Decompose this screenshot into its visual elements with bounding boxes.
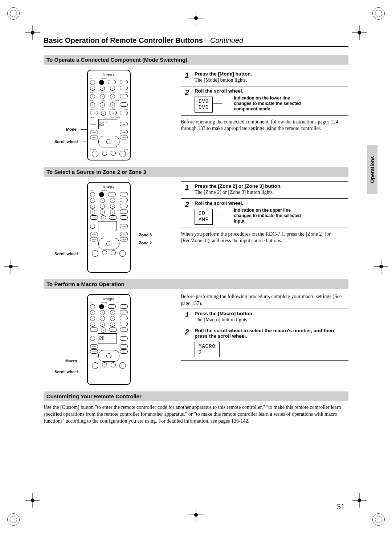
page-title-main: Basic Operation of Remote Controller But… [44, 36, 203, 44]
step-number: 1 [181, 182, 193, 199]
lcd-line1: CD [199, 211, 209, 217]
steps-table: 1 Press the [Macro] button. The [Macro] … [181, 309, 348, 361]
crop-mark-icon [4, 259, 18, 274]
lcd-display: MACRO 2 [195, 342, 220, 358]
remote-illustration: Integra OnStandbyTV 123+ 456- 789+ +100E… [87, 182, 131, 273]
callout-mode: Mode [66, 127, 77, 131]
page-title-continued: —Continued [203, 36, 243, 44]
scroll-wheel-icon [98, 238, 119, 249]
steps-table: 1 Press the [Mode] button. The [Mode] bu… [181, 69, 348, 116]
remote-display [98, 221, 117, 231]
remote-display: VCR-7 DVD [98, 119, 117, 129]
callout-line [213, 103, 222, 104]
crop-mark-icon [189, 508, 203, 522]
remote-illustration: Integra OnStandbyTV 123+ 456- 789+ +100E… [87, 294, 131, 385]
lcd-line1: DVD [199, 98, 209, 105]
remote-display-line2: DVD [99, 338, 116, 341]
section-bar-macro: To Perform a Macro Operation [44, 279, 348, 289]
page-number: 51 [337, 502, 345, 511]
lcd-display: DVD DVD [195, 97, 213, 113]
section-paragraph: Use the [Custom] button "to enter the re… [44, 404, 348, 425]
crop-mark-icon [25, 493, 40, 508]
remote-display: VCR-7 DVD [98, 333, 117, 343]
section-intro: Before performing the following procedur… [181, 293, 348, 307]
scroll-wheel-icon [98, 350, 119, 362]
section-bar-customizing: Customizing Your Remote Controller [44, 391, 348, 401]
lcd-display: CD AMP [195, 209, 213, 225]
lcd-line2: 2 [199, 350, 216, 356]
callout-scroll-wheel: Scroll wheel [54, 370, 78, 374]
lcd-note: Indication on the upper line changes to … [234, 208, 303, 224]
remote-brand: Integra [90, 185, 128, 188]
section-bar-zone-select: To Select a Source in Zone 2 or Zone 3 [44, 167, 348, 177]
crop-mark-icon [352, 25, 367, 40]
step-heading: Press the [Zone 2] or [Zone 3] button. [195, 183, 347, 189]
manual-page: Operations Basic Operation of Remote Con… [0, 0, 392, 533]
remote-display-line2: DVD [99, 124, 116, 127]
remote-brand: Integra [90, 73, 128, 76]
lcd-note: Indication on the lower line changes to … [234, 95, 303, 112]
crop-mark-icon [374, 259, 388, 274]
lcd-line1: MACRO [199, 343, 216, 350]
step-number: 2 [181, 86, 193, 116]
step-heading: Press the [Mode] button. [195, 71, 347, 77]
callout-macro: Macro [65, 359, 77, 363]
callout-scroll-wheel: Scroll wheel [54, 252, 78, 256]
page-title: Basic Operation of Remote Controller But… [44, 36, 348, 45]
step-description: The [Zone 2] or [Zone 3] button lights. [195, 190, 347, 195]
step-number: 2 [181, 326, 193, 361]
crop-mark-icon [352, 493, 367, 508]
callout-line [213, 216, 222, 216]
remote-brand: Integra [90, 297, 128, 301]
section-paragraph: When you perform the procedures on the R… [181, 231, 348, 245]
scroll-wheel-icon [98, 136, 119, 147]
step-number: 1 [181, 69, 193, 86]
step-number: 2 [181, 199, 193, 228]
crop-mark-icon [189, 11, 203, 25]
lcd-line2: AMP [199, 217, 209, 223]
title-rule [44, 46, 348, 48]
registration-mark-icon [7, 513, 20, 526]
remote-illustration: Integra OnStandbyTV 123+ M-ZABCDEFTV CH … [87, 70, 131, 160]
step-heading: Roll the scroll wheel. [195, 88, 347, 94]
callout-scroll-wheel: Scroll wheel [54, 139, 78, 144]
side-tab-operations: Operations [367, 145, 377, 194]
steps-table: 1 Press the [Zone 2] or [Zone 3] button.… [181, 181, 348, 228]
step-description: The [Macro] button lights. [195, 317, 347, 323]
crop-mark-icon [25, 25, 40, 40]
step-number: 1 [181, 309, 193, 326]
lcd-line2: DVD [199, 105, 209, 111]
step-description: The [Mode] button lights. [195, 77, 347, 83]
step-heading: Roll the scroll wheel to select the macr… [195, 328, 347, 339]
registration-mark-icon [372, 513, 385, 526]
registration-mark-icon [7, 7, 20, 20]
step-heading: Press the [Macro] button. [195, 311, 347, 316]
section-paragraph: Before operating the connected component… [181, 119, 348, 133]
registration-mark-icon [372, 7, 385, 20]
section-bar-mode-switching: To Operate a Connected Component (Mode S… [44, 55, 348, 65]
step-heading: Roll the scroll wheel. [195, 200, 347, 206]
